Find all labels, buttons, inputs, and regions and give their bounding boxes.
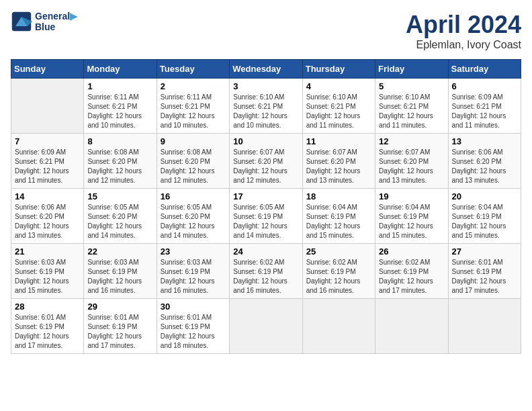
calendar-cell bbox=[11, 79, 84, 134]
day-info: Sunrise: 6:06 AMSunset: 6:20 PMDaylight:… bbox=[15, 203, 80, 240]
day-info: Sunrise: 6:05 AMSunset: 6:20 PMDaylight:… bbox=[161, 203, 226, 240]
day-info: Sunrise: 6:11 AMSunset: 6:21 PMDaylight:… bbox=[161, 93, 226, 130]
day-info: Sunrise: 6:01 AMSunset: 6:19 PMDaylight:… bbox=[87, 313, 152, 351]
calendar-cell: 21Sunrise: 6:03 AMSunset: 6:19 PMDayligh… bbox=[11, 244, 84, 299]
day-number: 10 bbox=[233, 136, 298, 146]
day-info: Sunrise: 6:02 AMSunset: 6:19 PMDaylight:… bbox=[306, 258, 371, 295]
day-number: 12 bbox=[379, 136, 444, 146]
day-number: 20 bbox=[452, 191, 517, 201]
calendar-week-4: 21Sunrise: 6:03 AMSunset: 6:19 PMDayligh… bbox=[11, 244, 521, 299]
calendar-cell: 7Sunrise: 6:09 AMSunset: 6:21 PMDaylight… bbox=[11, 134, 84, 189]
day-info: Sunrise: 6:10 AMSunset: 6:21 PMDaylight:… bbox=[306, 93, 371, 130]
calendar-cell bbox=[375, 299, 448, 354]
day-number: 28 bbox=[15, 302, 80, 312]
day-info: Sunrise: 6:03 AMSunset: 6:19 PMDaylight:… bbox=[161, 258, 226, 295]
calendar-week-3: 14Sunrise: 6:06 AMSunset: 6:20 PMDayligh… bbox=[11, 189, 521, 244]
calendar-cell: 5Sunrise: 6:10 AMSunset: 6:21 PMDaylight… bbox=[375, 79, 448, 134]
calendar-cell bbox=[302, 299, 375, 354]
day-number: 30 bbox=[161, 302, 226, 312]
day-number: 7 bbox=[15, 136, 80, 146]
calendar-cell: 23Sunrise: 6:03 AMSunset: 6:19 PMDayligh… bbox=[157, 244, 229, 299]
weekday-header-sunday: Sunday bbox=[11, 60, 84, 79]
title-area: April 2024 Eplemlan, Ivory Coast bbox=[406, 11, 521, 51]
day-number: 15 bbox=[87, 191, 152, 201]
weekday-header-monday: Monday bbox=[84, 60, 157, 79]
weekday-header-row: SundayMondayTuesdayWednesdayThursdayFrid… bbox=[11, 60, 521, 79]
day-number: 25 bbox=[306, 246, 371, 257]
logo: General▶ Blue bbox=[11, 11, 77, 32]
calendar-cell: 27Sunrise: 6:01 AMSunset: 6:19 PMDayligh… bbox=[448, 244, 521, 299]
calendar-cell: 6Sunrise: 6:09 AMSunset: 6:21 PMDaylight… bbox=[448, 79, 521, 134]
day-info: Sunrise: 6:09 AMSunset: 6:21 PMDaylight:… bbox=[15, 148, 80, 185]
calendar-cell: 12Sunrise: 6:07 AMSunset: 6:20 PMDayligh… bbox=[375, 134, 448, 189]
calendar-cell: 24Sunrise: 6:02 AMSunset: 6:19 PMDayligh… bbox=[230, 244, 302, 299]
day-number: 29 bbox=[87, 302, 152, 312]
day-info: Sunrise: 6:05 AMSunset: 6:19 PMDaylight:… bbox=[233, 203, 298, 240]
weekday-header-tuesday: Tuesday bbox=[157, 60, 229, 79]
day-number: 13 bbox=[452, 136, 517, 146]
day-number: 9 bbox=[161, 136, 226, 146]
calendar-cell: 19Sunrise: 6:04 AMSunset: 6:19 PMDayligh… bbox=[375, 189, 448, 244]
page-header: General▶ Blue April 2024 Eplemlan, Ivory… bbox=[11, 11, 521, 51]
day-number: 1 bbox=[87, 81, 152, 91]
logo-text: General▶ Blue bbox=[35, 11, 77, 32]
day-number: 4 bbox=[306, 81, 371, 91]
day-info: Sunrise: 6:01 AMSunset: 6:19 PMDaylight:… bbox=[452, 258, 517, 295]
day-info: Sunrise: 6:08 AMSunset: 6:20 PMDaylight:… bbox=[161, 148, 226, 185]
day-info: Sunrise: 6:03 AMSunset: 6:19 PMDaylight:… bbox=[15, 258, 80, 295]
calendar-cell: 16Sunrise: 6:05 AMSunset: 6:20 PMDayligh… bbox=[157, 189, 229, 244]
calendar-cell: 25Sunrise: 6:02 AMSunset: 6:19 PMDayligh… bbox=[302, 244, 375, 299]
calendar-cell: 17Sunrise: 6:05 AMSunset: 6:19 PMDayligh… bbox=[230, 189, 302, 244]
day-info: Sunrise: 6:01 AMSunset: 6:19 PMDaylight:… bbox=[161, 313, 226, 351]
day-info: Sunrise: 6:10 AMSunset: 6:21 PMDaylight:… bbox=[233, 93, 298, 130]
day-number: 18 bbox=[306, 191, 371, 201]
day-number: 6 bbox=[452, 81, 517, 91]
calendar-cell: 1Sunrise: 6:11 AMSunset: 6:21 PMDaylight… bbox=[84, 79, 157, 134]
calendar-table: SundayMondayTuesdayWednesdayThursdayFrid… bbox=[11, 59, 521, 354]
calendar-cell: 22Sunrise: 6:03 AMSunset: 6:19 PMDayligh… bbox=[84, 244, 157, 299]
day-info: Sunrise: 6:08 AMSunset: 6:20 PMDaylight:… bbox=[87, 148, 152, 185]
calendar-cell bbox=[230, 299, 302, 354]
day-number: 11 bbox=[306, 136, 371, 146]
day-number: 23 bbox=[161, 246, 226, 257]
calendar-title: April 2024 bbox=[406, 11, 521, 39]
calendar-cell: 10Sunrise: 6:07 AMSunset: 6:20 PMDayligh… bbox=[230, 134, 302, 189]
weekday-header-wednesday: Wednesday bbox=[230, 60, 302, 79]
day-info: Sunrise: 6:06 AMSunset: 6:20 PMDaylight:… bbox=[452, 148, 517, 185]
day-info: Sunrise: 6:10 AMSunset: 6:21 PMDaylight:… bbox=[379, 93, 444, 130]
day-info: Sunrise: 6:07 AMSunset: 6:20 PMDaylight:… bbox=[379, 148, 444, 185]
calendar-week-2: 7Sunrise: 6:09 AMSunset: 6:21 PMDaylight… bbox=[11, 134, 521, 189]
calendar-cell: 4Sunrise: 6:10 AMSunset: 6:21 PMDaylight… bbox=[302, 79, 375, 134]
calendar-week-5: 28Sunrise: 6:01 AMSunset: 6:19 PMDayligh… bbox=[11, 299, 521, 354]
day-number: 21 bbox=[15, 246, 80, 257]
day-number: 5 bbox=[379, 81, 444, 91]
weekday-header-saturday: Saturday bbox=[448, 60, 521, 79]
weekday-header-thursday: Thursday bbox=[302, 60, 375, 79]
weekday-header-friday: Friday bbox=[375, 60, 448, 79]
day-number: 22 bbox=[87, 246, 152, 257]
day-info: Sunrise: 6:07 AMSunset: 6:20 PMDaylight:… bbox=[306, 148, 371, 185]
calendar-cell: 13Sunrise: 6:06 AMSunset: 6:20 PMDayligh… bbox=[448, 134, 521, 189]
day-info: Sunrise: 6:01 AMSunset: 6:19 PMDaylight:… bbox=[15, 313, 80, 351]
day-info: Sunrise: 6:02 AMSunset: 6:19 PMDaylight:… bbox=[233, 258, 298, 295]
day-number: 27 bbox=[452, 246, 517, 257]
calendar-cell: 20Sunrise: 6:04 AMSunset: 6:19 PMDayligh… bbox=[448, 189, 521, 244]
calendar-subtitle: Eplemlan, Ivory Coast bbox=[406, 39, 521, 51]
calendar-week-1: 1Sunrise: 6:11 AMSunset: 6:21 PMDaylight… bbox=[11, 79, 521, 134]
day-number: 8 bbox=[87, 136, 152, 146]
calendar-cell: 3Sunrise: 6:10 AMSunset: 6:21 PMDaylight… bbox=[230, 79, 302, 134]
day-info: Sunrise: 6:05 AMSunset: 6:20 PMDaylight:… bbox=[87, 203, 152, 240]
day-info: Sunrise: 6:09 AMSunset: 6:21 PMDaylight:… bbox=[452, 93, 517, 130]
calendar-cell: 29Sunrise: 6:01 AMSunset: 6:19 PMDayligh… bbox=[84, 299, 157, 354]
logo-icon bbox=[11, 11, 32, 32]
day-info: Sunrise: 6:07 AMSunset: 6:20 PMDaylight:… bbox=[233, 148, 298, 185]
day-info: Sunrise: 6:02 AMSunset: 6:19 PMDaylight:… bbox=[379, 258, 444, 295]
day-number: 24 bbox=[233, 246, 298, 257]
calendar-cell: 18Sunrise: 6:04 AMSunset: 6:19 PMDayligh… bbox=[302, 189, 375, 244]
day-info: Sunrise: 6:04 AMSunset: 6:19 PMDaylight:… bbox=[306, 203, 371, 240]
day-number: 19 bbox=[379, 191, 444, 201]
day-info: Sunrise: 6:04 AMSunset: 6:19 PMDaylight:… bbox=[452, 203, 517, 240]
day-number: 26 bbox=[379, 246, 444, 257]
day-number: 3 bbox=[233, 81, 298, 91]
day-info: Sunrise: 6:03 AMSunset: 6:19 PMDaylight:… bbox=[87, 258, 152, 295]
